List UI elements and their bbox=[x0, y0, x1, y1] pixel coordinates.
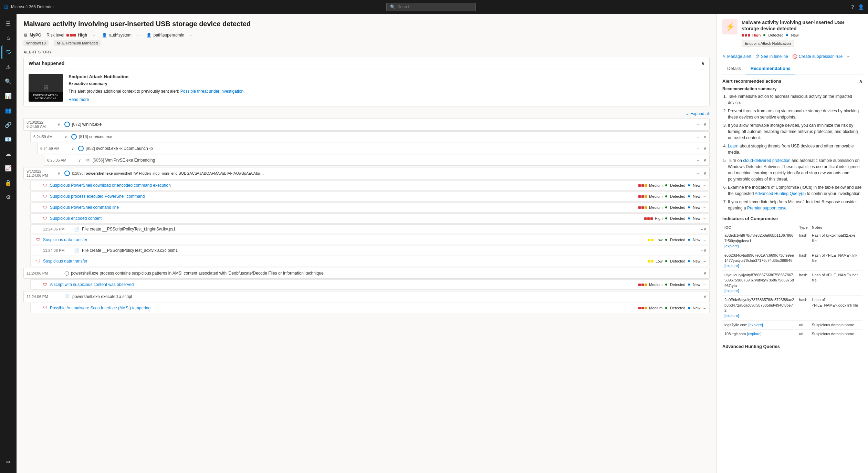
story-content: 🖥 ENDPOINT ATTACKNOTIFICATIONS Endpoint … bbox=[24, 70, 709, 106]
expand-svchost[interactable]: ∨ bbox=[703, 146, 707, 151]
dots-script[interactable]: ··· bbox=[702, 305, 707, 311]
ioc-explore-5[interactable]: [explore] bbox=[749, 323, 763, 327]
left-panel: Malware activity involving user-inserted… bbox=[17, 14, 717, 473]
story-collapse-icon: ∧ bbox=[701, 61, 704, 66]
ioc-explore-2[interactable]: [explore] bbox=[724, 264, 739, 268]
premier-support-link[interactable]: Premier support case bbox=[747, 206, 786, 210]
process-row-powershell[interactable]: 9/1/202211:24:06 PM ∨ [12896] powershell… bbox=[23, 167, 710, 179]
chevron-services: ∨ bbox=[64, 135, 71, 139]
ioc-explore-4[interactable]: [explore] bbox=[724, 313, 739, 318]
process-time-svchost: 6:24:59 AM bbox=[40, 146, 71, 151]
search-bar[interactable]: 🔍 bbox=[386, 3, 476, 11]
status-dot-dt1 bbox=[665, 239, 667, 241]
process-row-wmiprvse[interactable]: 6:25:35 AM ∨ ⚙ [6056] WmiPrvSE.exe Embed… bbox=[44, 155, 710, 166]
sidebar-edit[interactable]: ✏ bbox=[1, 455, 15, 469]
expand-file-1[interactable]: ∨ bbox=[703, 227, 707, 232]
alert-row-dt2[interactable]: 🛡 Suspicious data transfer Low Detected … bbox=[30, 256, 710, 266]
sidebar-hunting[interactable]: 🔍 bbox=[1, 74, 15, 88]
alert-row-4[interactable]: 🛡 Suspicious encoded content High Detect… bbox=[30, 213, 710, 224]
meta-separator-1: ··· bbox=[93, 32, 96, 38]
ioc-explore-1[interactable]: [explore] bbox=[724, 244, 739, 248]
amsi-text: powershell.exe process contains suspicio… bbox=[71, 271, 703, 276]
sidebar-cloud[interactable]: ☁ bbox=[1, 147, 15, 161]
dots-wininit[interactable]: ··· bbox=[697, 122, 701, 127]
user-icon[interactable]: 👤 bbox=[858, 4, 864, 10]
status-2: Detected bbox=[670, 194, 685, 198]
cloud-protection-link[interactable]: cloud-delivered protection bbox=[743, 158, 790, 163]
rp-status-label: Detected bbox=[768, 33, 783, 37]
search-input[interactable] bbox=[397, 4, 472, 9]
expand-file-2[interactable]: ∨ bbox=[703, 248, 707, 253]
suppression-btn[interactable]: 🚫 Create suppression rule bbox=[792, 54, 843, 59]
help-icon[interactable]: ? bbox=[851, 4, 854, 10]
process-row-services[interactable]: 6:24:59 AM ∨ [816] services.exe ··· ∨ bbox=[30, 131, 710, 142]
tabs: Details Recommendations bbox=[722, 63, 862, 74]
alert-badges-3: Medium Detected New ··· bbox=[638, 205, 707, 210]
sidebar-reports[interactable]: 📊 bbox=[1, 89, 15, 103]
sidebar-partners[interactable]: 🔗 bbox=[1, 118, 15, 132]
dots-dt1[interactable]: ··· bbox=[702, 237, 707, 243]
manage-icon: ✎ bbox=[722, 54, 726, 59]
dots-file-2[interactable]: ··· bbox=[699, 248, 703, 253]
process-row-svchost[interactable]: 6:24:59 AM ∨ [952] svchost.exe -k DcomLa… bbox=[37, 143, 710, 154]
dots-file-1[interactable]: ··· bbox=[699, 226, 703, 232]
dots-alert-3[interactable]: ··· bbox=[702, 205, 707, 210]
alert-row-3[interactable]: 🛡 Suspicious PowerShell command line Med… bbox=[30, 202, 710, 213]
sidebar-secure-score[interactable]: 🔒 bbox=[1, 176, 15, 189]
sidebar-menu[interactable]: ☰ bbox=[1, 17, 15, 30]
expand-wmiprvse[interactable]: ∨ bbox=[703, 158, 707, 163]
dots-dt2[interactable]: ··· bbox=[702, 258, 707, 264]
adv-hunting-link[interactable]: Advanced Hunting Query(s) bbox=[755, 191, 806, 196]
alert-row-dt1[interactable]: 🛡 Suspicious data transfer Low Detected … bbox=[30, 235, 710, 245]
dots-alert-1[interactable]: ··· bbox=[702, 183, 707, 188]
alert-row-amsi[interactable]: 🛡 A script with suspicious content was o… bbox=[30, 279, 710, 290]
rp-risk-dots bbox=[742, 34, 750, 37]
tab-recommendations[interactable]: Recommendations bbox=[746, 63, 795, 74]
ioc-type-6: url bbox=[797, 330, 810, 339]
alert-row-script[interactable]: 🛡 Possible Antimalware Scan Interface (A… bbox=[30, 303, 710, 313]
status-dt1: Detected bbox=[670, 238, 685, 242]
new-dot-1 bbox=[688, 184, 690, 186]
dots-amsi[interactable]: ··· bbox=[702, 282, 707, 287]
ioc-explore-6[interactable]: [explore] bbox=[747, 332, 761, 336]
threat-link[interactable]: Possible threat under investigation. bbox=[180, 89, 245, 94]
process-row-wininit[interactable]: 8/10/20226:24:59 AM ∨ [672] wininit.exe … bbox=[23, 118, 710, 131]
read-more-link[interactable]: Read more bbox=[69, 97, 89, 102]
story-header[interactable]: What happened ∧ bbox=[24, 57, 709, 70]
sidebar-alerts[interactable]: ⚠ bbox=[1, 60, 15, 74]
ioc-val-4: 2a0f9de6atyuity7876865788e3723f88ac2b3bd… bbox=[724, 297, 795, 313]
manage-alert-btn[interactable]: ✎ Manage alert bbox=[722, 54, 751, 59]
dots-services[interactable]: ··· bbox=[697, 134, 701, 140]
learn-link[interactable]: Learn bbox=[728, 144, 739, 148]
sidebar-incidents[interactable]: 🛡 bbox=[1, 45, 15, 59]
actions-more[interactable]: ··· bbox=[847, 54, 850, 59]
expand-all-row[interactable]: ⌄ Expand all bbox=[23, 109, 710, 118]
expand-services[interactable]: ∨ bbox=[703, 134, 707, 139]
alert-row-1[interactable]: 🛡 Suspicious PowerShell download or enco… bbox=[30, 180, 710, 191]
dots-alert-2[interactable]: ··· bbox=[702, 194, 707, 199]
expand-script[interactable]: ∨ bbox=[703, 294, 707, 299]
rec-header[interactable]: Alert recommended actions ∧ bbox=[722, 79, 862, 84]
ioc-explore-3[interactable]: [explore] bbox=[724, 289, 739, 293]
sidebar-home[interactable]: ⌂ bbox=[1, 31, 15, 45]
timeline-btn[interactable]: ⏱ See in timeline bbox=[755, 54, 788, 59]
expand-amsi[interactable]: ∨ bbox=[703, 271, 707, 276]
ioc-row-1: a3dedctyhf678ufyte32b8a60bb118678667r56t… bbox=[722, 231, 862, 251]
shield-icon-dt1: 🛡 bbox=[36, 237, 40, 242]
dots-wmiprvse[interactable]: ··· bbox=[697, 157, 701, 163]
dots-alert-4[interactable]: ··· bbox=[702, 216, 707, 221]
expand-wininit[interactable]: ∨ bbox=[703, 122, 707, 127]
ioc-col-notes: Notes bbox=[810, 224, 862, 231]
sev-dot-4c bbox=[650, 217, 653, 220]
sidebar-analytics[interactable]: 📈 bbox=[1, 161, 15, 175]
sidebar-assets[interactable]: 👥 bbox=[1, 103, 15, 117]
meta-row: 🖥 MyPC Risk level High ··· 👤 auth\system… bbox=[23, 32, 710, 38]
tab-details[interactable]: Details bbox=[722, 63, 746, 74]
dots-svchost[interactable]: ··· bbox=[697, 146, 701, 151]
new-1: New bbox=[693, 183, 700, 187]
alert-row-2[interactable]: 🛡 Suspicious process executed PowerShell… bbox=[30, 191, 710, 202]
sidebar-settings[interactable]: ⚙ bbox=[1, 190, 15, 204]
expand-powershell[interactable]: ∨ bbox=[703, 171, 707, 176]
sidebar-email[interactable]: 📧 bbox=[1, 132, 15, 146]
dots-powershell[interactable]: ··· bbox=[697, 171, 701, 176]
